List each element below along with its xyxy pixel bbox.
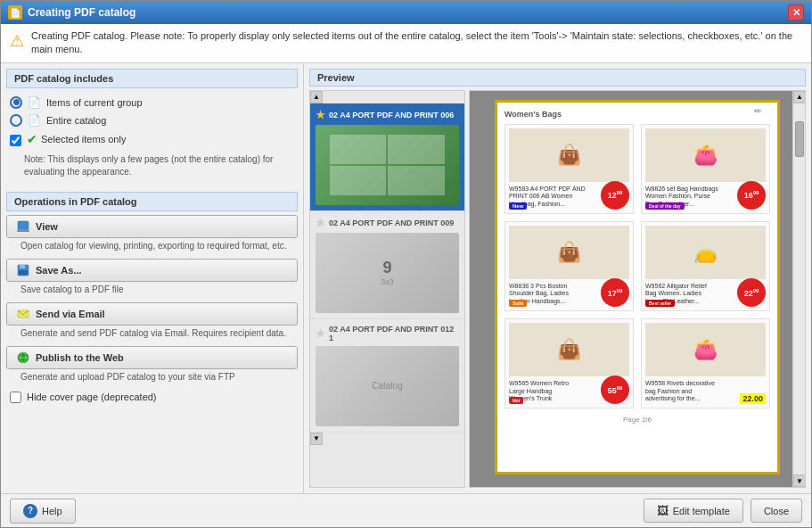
view-button[interactable]: View — [6, 215, 298, 238]
send-email-description: Generate and send PDF catalog via Email.… — [1, 327, 303, 342]
edit-template-label: Edit template — [673, 506, 730, 516]
radio-entire-catalog[interactable]: 📄 Entire catalog — [10, 111, 294, 129]
scroll-up-arrow[interactable]: ▲ — [310, 91, 323, 103]
status-badge-4: Hot — [509, 397, 523, 404]
save-as-description: Save catalog to a PDF file — [1, 284, 303, 299]
footer-right: 🖼 Edit template Close — [644, 499, 802, 523]
svg-rect-0 — [18, 221, 29, 230]
page-number: Page 2/6 — [504, 416, 770, 424]
thumb-img-0 — [316, 125, 459, 205]
save-as-label: Save As... — [36, 265, 82, 276]
radio-entire-catalog-label[interactable]: Entire catalog — [46, 115, 106, 126]
product-img-4: 👜 — [509, 323, 629, 376]
status-badge-3: Best seller — [645, 300, 675, 307]
help-icon: ? — [23, 504, 37, 518]
thumbnail-list: ▲ ★ 02 A4 PORT PDF AND PRINT 006 — [309, 90, 465, 488]
includes-section-header: PDF catalog includes — [6, 69, 298, 88]
thumb-label-2: ★ 02 A4 PORT PDF AND PRINT 012 1 — [316, 325, 459, 342]
includes-options: 📄 Items of current group 📄 Entire catalo… — [1, 92, 303, 151]
save-as-button[interactable]: Save As... — [6, 259, 298, 282]
product-img-3: 👝 — [645, 226, 766, 279]
help-label: Help — [42, 506, 62, 516]
status-badge-1: Deal of the day — [645, 202, 685, 210]
product-card-4: 👜 W9565 Women RetroLarge HandbagWomen's … — [504, 318, 634, 408]
main-content: PDF catalog includes 📄 Items of current … — [1, 63, 811, 493]
check-icon: ✔ — [27, 132, 37, 146]
preview-page: ✏ Women's Bags 👜 W9583 A4 PORT PDF ANDPR… — [495, 100, 780, 474]
radio-current-group-label[interactable]: Items of current group — [46, 97, 143, 108]
scroll-track — [793, 103, 805, 474]
file-icon-entire: 📄 — [28, 114, 41, 127]
footer-left: ? Help — [10, 499, 76, 524]
product-img-0: 👜 — [509, 128, 629, 182]
page-edit-icon[interactable]: ✏ — [754, 106, 761, 116]
window-icon: 📄 — [8, 5, 22, 20]
hide-cover-checkbox[interactable] — [10, 392, 21, 403]
radio-current-group-indicator[interactable] — [10, 96, 22, 109]
operations-section: Operations in PDF catalog View Open cata… — [1, 186, 303, 408]
left-panel: PDF catalog includes 📄 Items of current … — [1, 63, 304, 493]
thumb-img-2: Catalog — [316, 346, 459, 426]
thumb-img-1: 9 3x3 — [316, 233, 459, 313]
price-badge-0: 1299 — [601, 181, 629, 210]
scroll-down-arrow[interactable]: ▼ — [310, 433, 323, 445]
send-email-icon — [16, 307, 30, 321]
checkbox-selected-items[interactable] — [10, 135, 21, 146]
preview-scroll-up[interactable]: ▲ — [793, 91, 806, 103]
publish-web-description: Generate and upload PDF catalog to your … — [1, 371, 303, 386]
svg-rect-2 — [17, 230, 29, 232]
product-card-2: 👜 W8838 3 Pcs BostonShoulder Bag, Ladies… — [504, 221, 634, 311]
main-window: 📄 Creating PDF catalog ✕ ⚠ Creating PDF … — [0, 0, 812, 528]
thumbnail-item-0[interactable]: ★ 02 A4 PORT PDF AND PRINT 006 — [310, 103, 464, 211]
title-bar: 📄 Creating PDF catalog ✕ — [1, 1, 811, 24]
view-description: Open catalog for viewing, printing, expo… — [1, 240, 303, 255]
radio-selected-items[interactable]: ✔ Selected items only — [10, 129, 294, 149]
thumbnail-panel: ▲ ★ 02 A4 PORT PDF AND PRINT 006 — [309, 90, 465, 488]
footer-bar: ? Help 🖼 Edit template Close — [1, 493, 811, 527]
publish-web-icon — [16, 351, 30, 365]
product-grid: 👜 W9583 A4 PORT PDF ANDPRINT 006 AB Wome… — [504, 124, 770, 409]
status-badge-2: Sale — [509, 300, 527, 307]
scroll-thumb[interactable] — [795, 121, 804, 157]
price-badge-3: 2299 — [737, 278, 766, 307]
thumb-label-1: ★ 02 A4 PORT PDF AND PRINT 009 — [316, 217, 459, 229]
preview-area: ▲ ★ 02 A4 PORT PDF AND PRINT 006 — [304, 90, 811, 493]
product-card-5: 👛 W9558 Rivets decorativebag Fashion and… — [641, 318, 770, 408]
preview-header: Preview — [309, 69, 806, 87]
product-img-2: 👜 — [509, 226, 629, 279]
svg-rect-5 — [19, 270, 28, 275]
thumbnail-item-2[interactable]: ★ 02 A4 PORT PDF AND PRINT 012 1 Catalog — [310, 319, 464, 433]
view-label: View — [36, 221, 58, 232]
right-panel: Preview ▲ ★ 02 A4 PORT PDF AND PRINT 006 — [304, 63, 811, 493]
selected-items-label[interactable]: Selected items only — [41, 134, 126, 144]
file-icon-current: 📄 — [28, 96, 41, 109]
save-as-icon — [16, 263, 30, 277]
publish-web-button[interactable]: Publish to the Web — [6, 346, 298, 369]
publish-web-label: Publish to the Web — [36, 352, 124, 363]
close-button[interactable]: Close — [750, 499, 802, 523]
view-icon — [16, 219, 30, 234]
close-label: Close — [764, 506, 789, 516]
info-icon: ⚠ — [10, 31, 24, 51]
edit-template-button[interactable]: 🖼 Edit template — [644, 499, 743, 523]
page-category: Women's Bags — [504, 110, 770, 119]
product-img-1: 👛 — [645, 128, 766, 182]
send-email-button[interactable]: Send via Email — [6, 302, 298, 326]
thumbnail-item-1[interactable]: ★ 02 A4 PORT PDF AND PRINT 009 9 3x3 — [310, 211, 464, 319]
product-card-3: 👝 W9562 Alligator ReliefBag Women. Ladie… — [641, 221, 770, 311]
radio-current-group[interactable]: 📄 Items of current group — [10, 94, 294, 111]
radio-entire-catalog-indicator[interactable] — [10, 114, 22, 127]
hide-cover-row[interactable]: Hide cover page (deprecated) — [1, 386, 303, 408]
info-bar: ⚠ Creating PDF catalog. Please note: To … — [1, 24, 811, 63]
product-card-1: 👛 W8826 set Bag HandbagsWomen Fashion, P… — [641, 124, 770, 214]
svg-rect-4 — [20, 265, 25, 268]
info-text: Creating PDF catalog. Please note: To pr… — [31, 29, 802, 57]
send-email-label: Send via Email — [36, 309, 105, 319]
star-icon-0: ★ — [316, 109, 325, 121]
product-img-5: 👛 — [645, 323, 766, 376]
hide-cover-label[interactable]: Hide cover page (deprecated) — [27, 392, 157, 402]
window-close-button[interactable]: ✕ — [788, 4, 804, 21]
preview-scroll-down[interactable]: ▼ — [793, 474, 806, 487]
help-button[interactable]: ? Help — [10, 499, 76, 524]
price-badge-2: 1799 — [601, 278, 629, 307]
